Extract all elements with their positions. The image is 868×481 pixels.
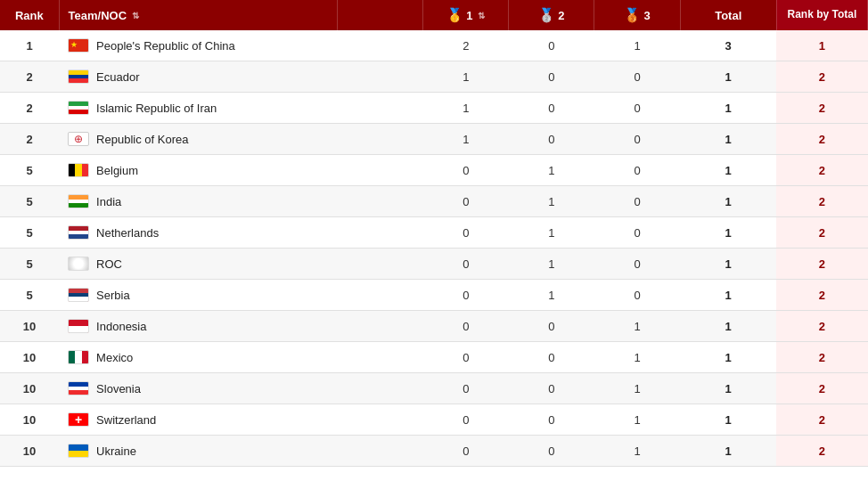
rank-cell: 5	[0, 249, 59, 280]
rank-cell: 10	[0, 436, 59, 467]
silver-cell: 1	[509, 280, 594, 311]
gold-cell: 0	[423, 436, 509, 467]
gold-number: 1	[466, 9, 472, 22]
total-cell: 1	[680, 93, 776, 124]
rank-cell: 10	[0, 311, 59, 342]
table-row: 5Serbia01012	[0, 280, 868, 311]
team-cell: Indonesia	[59, 311, 337, 342]
rank-cell: 10	[0, 373, 59, 404]
team-cell: Mexico	[59, 342, 337, 373]
rank-cell: 10	[0, 342, 59, 373]
spacer-cell	[338, 249, 423, 280]
table-row: 5Belgium01012	[0, 155, 868, 186]
team-cell: Islamic Republic of Iran	[59, 93, 337, 124]
silver-cell: 0	[509, 30, 594, 61]
gold-cell: 0	[423, 311, 509, 342]
gold-cell: 1	[423, 93, 509, 124]
silver-header[interactable]: 🥈 2	[509, 0, 594, 30]
total-label: Total	[715, 9, 741, 22]
table-row: 2Ecuador10012	[0, 61, 868, 93]
bronze-cell: 1	[594, 311, 680, 342]
table-row: 2Islamic Republic of Iran10012	[0, 93, 868, 124]
table-row: 5ROC01012	[0, 249, 868, 280]
team-sort-icon: ⇅	[132, 11, 139, 20]
team-cell: India	[59, 186, 337, 217]
rank-header-content: Rank	[9, 9, 50, 22]
rank-cell: 2	[0, 93, 59, 124]
rank-by-total-cell: 2	[776, 186, 867, 217]
rank-by-total-cell: 2	[776, 311, 867, 342]
team-cell: Belgium	[59, 155, 337, 186]
spacer-cell	[338, 217, 423, 249]
gold-cell: 2	[423, 30, 509, 61]
flag-icon	[68, 132, 89, 146]
gold-cell: 0	[423, 280, 509, 311]
team-name: ROC	[96, 257, 122, 271]
gold-header[interactable]: 🥇 1 ⇅	[423, 0, 509, 30]
flag-icon	[68, 38, 89, 53]
gold-cell: 0	[423, 186, 509, 217]
rank-by-total-cell: 2	[776, 436, 867, 467]
silver-cell: 0	[509, 124, 594, 155]
spacer-header	[338, 0, 423, 30]
bronze-header[interactable]: 🥉 3	[594, 0, 680, 30]
team-cell: Netherlands	[59, 217, 337, 249]
flag-icon	[68, 194, 89, 208]
flag-icon	[68, 101, 89, 115]
rank-label: Rank	[15, 9, 44, 22]
silver-cell: 0	[509, 61, 594, 93]
bronze-cell: 0	[594, 155, 680, 186]
flag-icon	[68, 225, 89, 240]
team-cell: People's Republic of China	[59, 30, 337, 61]
team-name: Islamic Republic of Iran	[96, 102, 217, 115]
team-name: Serbia	[96, 289, 130, 302]
rank-by-total-header[interactable]: Rank by Total	[776, 0, 867, 30]
rank-cell: 2	[0, 61, 59, 93]
table-row: 2Republic of Korea10012	[0, 124, 868, 155]
silver-medal-icon: 🥈	[538, 7, 555, 23]
gold-medal-icon: 🥇	[446, 7, 463, 23]
spacer-cell	[338, 373, 423, 404]
total-cell: 1	[680, 311, 776, 342]
gold-cell: 0	[423, 373, 509, 404]
flag-icon	[68, 69, 89, 84]
bronze-cell: 1	[594, 342, 680, 373]
gold-cell: 0	[423, 217, 509, 249]
silver-cell: 0	[509, 436, 594, 467]
team-header[interactable]: Team/NOC ⇅	[59, 0, 337, 30]
spacer-cell	[338, 124, 423, 155]
total-cell: 1	[680, 124, 776, 155]
silver-cell: 0	[509, 342, 594, 373]
spacer-cell	[338, 342, 423, 373]
spacer-cell	[338, 93, 423, 124]
flag-icon	[68, 257, 89, 271]
team-name: Belgium	[96, 164, 138, 177]
silver-cell: 1	[509, 249, 594, 280]
total-header[interactable]: Total	[680, 0, 776, 30]
flag-icon	[68, 350, 89, 364]
rank-by-total-cell: 2	[776, 280, 867, 311]
bronze-cell: 0	[594, 124, 680, 155]
gold-cell: 1	[423, 61, 509, 93]
flag-icon	[68, 381, 89, 395]
rank-by-total-label: Rank by Total	[787, 8, 856, 22]
rank-cell: 5	[0, 186, 59, 217]
team-name: Switzerland	[96, 413, 156, 427]
team-cell: Slovenia	[59, 373, 337, 404]
rank-header[interactable]: Rank	[0, 0, 59, 30]
gold-cell: 0	[423, 404, 509, 436]
flag-icon	[68, 412, 89, 427]
spacer-cell	[338, 61, 423, 93]
team-name: Indonesia	[96, 320, 146, 333]
team-cell: Switzerland	[59, 404, 337, 436]
spacer-cell	[338, 30, 423, 61]
medals-table: Rank Team/NOC ⇅ 🥇 1 ⇅ 🥈 2	[0, 0, 868, 467]
table-row: 10Mexico00112	[0, 342, 868, 373]
bronze-cell: 1	[594, 373, 680, 404]
rank-by-total-cell: 2	[776, 404, 867, 436]
bronze-cell: 1	[594, 436, 680, 467]
bronze-cell: 1	[594, 404, 680, 436]
bronze-cell: 0	[594, 93, 680, 124]
rank-cell: 10	[0, 404, 59, 436]
rank-cell: 5	[0, 217, 59, 249]
